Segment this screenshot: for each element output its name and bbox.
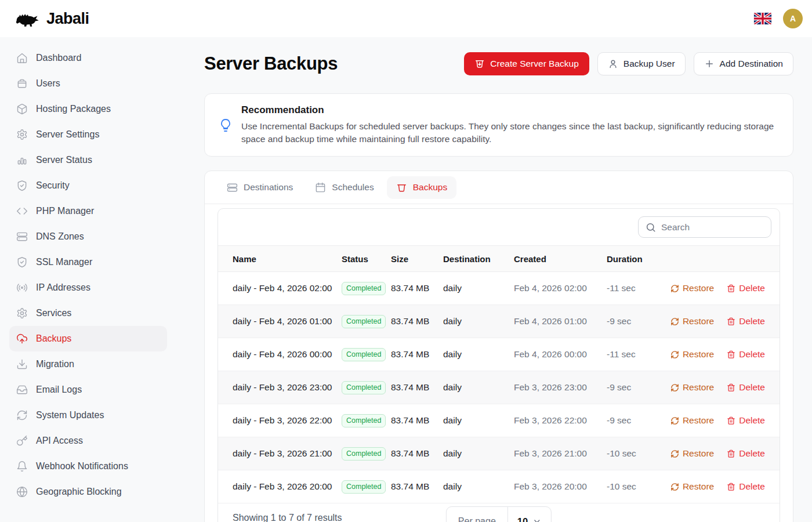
server-icon: [227, 182, 238, 193]
tab-destinations[interactable]: Destinations: [217, 176, 302, 199]
cell-size: 83.74 MB: [391, 415, 443, 426]
tab-label: Destinations: [244, 182, 293, 193]
restore-label: Restore: [683, 283, 714, 293]
brand-logo[interactable]: Jabali: [14, 10, 89, 28]
backups-card: Destinations Schedules Backups NameStatu…: [204, 171, 793, 522]
cell-status: Completed: [342, 315, 391, 328]
cell-size: 83.74 MB: [391, 283, 443, 293]
sidebar-item-ip-addresses[interactable]: IP Addresses: [9, 275, 167, 300]
sidebar-item-services[interactable]: Services: [9, 300, 167, 326]
status-badge: Completed: [342, 447, 386, 461]
sidebar-item-geographic-blocking[interactable]: Geographic Blocking: [9, 479, 167, 505]
trash-icon: [727, 483, 735, 491]
recommendation-body: Use Incremental Backups for scheduled se…: [241, 120, 779, 146]
delete-button[interactable]: Delete: [727, 448, 765, 459]
sidebar-item-label: DNS Zones: [36, 231, 84, 242]
sidebar-item-email-logs[interactable]: Email Logs: [9, 377, 167, 403]
cell-duration: -11 sec: [607, 283, 665, 293]
delete-button[interactable]: Delete: [727, 415, 765, 426]
sidebar-item-server-status[interactable]: Server Status: [9, 147, 167, 173]
cell-size: 83.74 MB: [391, 448, 443, 459]
cell-destination: daily: [443, 481, 514, 492]
cell-destination: daily: [443, 349, 514, 360]
delete-button[interactable]: Delete: [727, 481, 765, 492]
restore-button[interactable]: Restore: [670, 448, 714, 459]
cell-status: Completed: [342, 480, 391, 494]
button-label: Create Server Backup: [490, 59, 579, 69]
restore-button[interactable]: Restore: [670, 382, 714, 393]
restore-button[interactable]: Restore: [670, 283, 714, 293]
status-badge: Completed: [342, 282, 386, 295]
sidebar-item-migration[interactable]: Migration: [9, 351, 167, 377]
restore-button[interactable]: Restore: [670, 415, 714, 426]
tab-backups[interactable]: Backups: [387, 176, 456, 199]
search-input[interactable]: [661, 222, 764, 233]
restore-button[interactable]: Restore: [670, 481, 714, 492]
cell-created: Feb 4, 2026 01:00: [514, 316, 607, 327]
status-badge: Completed: [342, 315, 386, 328]
sidebar-item-backups[interactable]: Backups: [9, 326, 167, 351]
per-page-select[interactable]: Per page 10: [446, 506, 552, 522]
cell-created: Feb 3, 2026 20:00: [514, 481, 607, 492]
sidebar-item-ssl-manager[interactable]: SSL Manager: [9, 249, 167, 275]
delete-button[interactable]: Delete: [727, 283, 765, 293]
case-icon: [16, 78, 28, 89]
sidebar: Dashboard Users Hosting Packages Server …: [0, 37, 176, 522]
tab-schedules[interactable]: Schedules: [306, 176, 383, 199]
restore-label: Restore: [683, 382, 714, 393]
tab-bar: Destinations Schedules Backups: [205, 171, 793, 204]
language-flag-uk[interactable]: [754, 13, 771, 24]
delete-button[interactable]: Delete: [727, 316, 765, 327]
shield-check-icon: [16, 180, 28, 191]
sidebar-item-webhook-notifications[interactable]: Webhook Notifications: [9, 454, 167, 479]
sidebar-item-server-settings[interactable]: Server Settings: [9, 122, 167, 147]
restore-button[interactable]: Restore: [670, 349, 714, 360]
button-label: Backup User: [624, 59, 675, 69]
inbox-icon: [16, 384, 28, 396]
refresh-icon: [670, 483, 679, 491]
search-icon: [646, 222, 656, 233]
trash-icon: [727, 416, 735, 425]
sidebar-item-label: Services: [36, 308, 71, 318]
add-destination-button[interactable]: Add Destination: [694, 52, 793, 75]
cell-name: daily - Feb 3, 2026 23:00: [218, 382, 342, 393]
cell-actions: Restore Delete: [665, 316, 780, 327]
cell-created: Feb 3, 2026 22:00: [514, 415, 607, 426]
restore-button[interactable]: Restore: [670, 316, 714, 327]
package-icon: [16, 103, 28, 115]
cell-name: daily - Feb 4, 2026 00:00: [218, 349, 342, 360]
delete-label: Delete: [739, 448, 765, 459]
refresh-icon: [670, 317, 679, 326]
restore-label: Restore: [683, 448, 714, 459]
cell-status: Completed: [342, 282, 391, 295]
sidebar-item-label: System Updates: [36, 410, 104, 420]
table-row: daily - Feb 3, 2026 22:00 Completed 83.7…: [218, 404, 780, 437]
sidebar-item-php-manager[interactable]: PHP Manager: [9, 198, 167, 224]
sidebar-item-security[interactable]: Security: [9, 173, 167, 198]
sidebar-item-label: Geographic Blocking: [36, 487, 122, 497]
delete-button[interactable]: Delete: [727, 349, 765, 360]
backup-user-button[interactable]: Backup User: [597, 52, 686, 75]
sidebar-item-api-access[interactable]: API Access: [9, 428, 167, 454]
sidebar-item-dashboard[interactable]: Dashboard: [9, 45, 167, 71]
globe-icon: [16, 486, 28, 498]
delete-label: Delete: [739, 283, 765, 293]
table-header: NameStatusSizeDestinationCreatedDuration: [218, 245, 780, 272]
sidebar-item-label: Server Settings: [36, 129, 99, 140]
cell-created: Feb 4, 2026 00:00: [514, 349, 607, 360]
sidebar-item-dns-zones[interactable]: DNS Zones: [9, 224, 167, 249]
user-avatar[interactable]: A: [783, 9, 803, 28]
restore-label: Restore: [683, 349, 714, 360]
column-header-size: Size: [391, 254, 443, 264]
sidebar-item-system-updates[interactable]: System Updates: [9, 403, 167, 428]
sidebar-item-users[interactable]: Users: [9, 71, 167, 96]
cell-duration: -9 sec: [607, 382, 665, 393]
cell-name: daily - Feb 4, 2026 01:00: [218, 316, 342, 327]
shield-check-icon: [16, 256, 28, 268]
cell-status: Completed: [342, 414, 391, 427]
delete-button[interactable]: Delete: [727, 382, 765, 393]
column-header-name: Name: [218, 254, 342, 264]
create-server-backup-button[interactable]: Create Server Backup: [464, 52, 589, 75]
sidebar-item-hosting-packages[interactable]: Hosting Packages: [9, 96, 167, 122]
sidebar-item-label: Security: [36, 180, 70, 191]
